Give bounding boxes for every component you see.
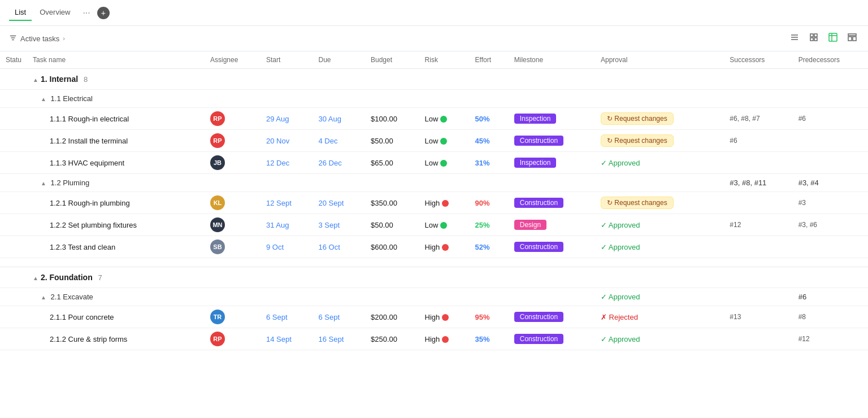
grid-view-icon[interactable] <box>807 31 821 46</box>
subsection-successors <box>724 288 792 306</box>
task-name[interactable]: 1.2.3 Test and clean <box>27 236 205 258</box>
approval-request: ↻ Request changes <box>601 197 674 209</box>
task-risk: Low <box>419 108 470 130</box>
task-budget: $350.00 <box>365 192 419 214</box>
task-predecessors: #3 <box>793 192 868 214</box>
task-due: 3 Sept <box>313 214 365 236</box>
collapse-arrow[interactable]: ▲ <box>33 275 38 281</box>
svg-rect-8 <box>810 38 813 41</box>
table-row[interactable]: 1.2.2 Set plumbing fixtures MN 31 Aug 3 … <box>0 214 868 236</box>
task-assignee: TR <box>205 306 261 328</box>
tab-list[interactable]: List <box>9 5 32 21</box>
task-successors <box>724 236 792 258</box>
task-name[interactable]: 1.2.1 Rough-in plumbing <box>27 192 205 214</box>
table-row[interactable]: 1.2.3 Test and clean SB 9 Oct 16 Oct $60… <box>0 236 868 258</box>
task-budget: $600.00 <box>365 236 419 258</box>
task-table: Statu Task name Assignee Start Due Budge… <box>0 51 868 350</box>
task-due: 26 Dec <box>313 152 365 174</box>
task-approval: ↻ Request changes <box>595 192 724 214</box>
task-effort: 90% <box>470 192 509 214</box>
task-name[interactable]: 1.1.3 HVAC equipment <box>27 152 205 174</box>
subsection-collapse-arrow[interactable]: ▲ <box>41 96 46 102</box>
task-milestone: Construction <box>509 236 595 258</box>
section-header: ▲2. Foundation 7 <box>0 267 868 288</box>
tab-add-button[interactable]: + <box>97 7 110 19</box>
task-approval: ↻ Request changes <box>595 130 724 152</box>
table-row[interactable]: 1.1.1 Rough-in electrical RP 29 Aug 30 A… <box>0 108 868 130</box>
task-status <box>0 306 27 328</box>
risk-dot-red <box>442 244 449 251</box>
table-row[interactable]: 2.1.1 Pour concrete TR 6 Sept 6 Sept $20… <box>0 306 868 328</box>
task-milestone: Construction <box>509 192 595 214</box>
task-successors: #12 <box>724 214 792 236</box>
task-approval: ✓ Approved <box>595 236 724 258</box>
task-start: 12 Dec <box>261 152 313 174</box>
task-start: 31 Aug <box>261 214 313 236</box>
svg-rect-7 <box>814 34 817 37</box>
task-effort: 52% <box>470 236 509 258</box>
task-start: 29 Aug <box>261 108 313 130</box>
svg-rect-15 <box>853 37 856 41</box>
subsection-header: ▲ 2.1 Excavate ✓ Approved #6 <box>0 288 868 306</box>
task-budget: $65.00 <box>365 152 419 174</box>
filter-button[interactable]: Active tasks › <box>9 34 65 43</box>
task-assignee: RP <box>205 130 261 152</box>
task-assignee: MN <box>205 214 261 236</box>
task-name[interactable]: 2.1.2 Cure & strip forms <box>27 328 205 350</box>
task-risk: High <box>419 328 470 350</box>
task-status <box>0 192 27 214</box>
table-row[interactable]: 1.2.1 Rough-in plumbing KL 12 Sept 20 Se… <box>0 192 868 214</box>
table-row[interactable]: 1.1.3 HVAC equipment JB 12 Dec 26 Dec $6… <box>0 152 868 174</box>
table-view-icon[interactable] <box>826 31 840 46</box>
task-successors <box>724 328 792 350</box>
task-approval: ✓ Approved <box>595 152 724 174</box>
task-name[interactable]: 1.2.2 Set plumbing fixtures <box>27 214 205 236</box>
col-budget: Budget <box>365 51 419 69</box>
risk-dot-green <box>440 138 447 145</box>
risk-dot-green <box>440 116 447 123</box>
task-risk: High <box>419 306 470 328</box>
approval-approved: ✓ Approved <box>601 221 640 229</box>
subsection-collapse-arrow[interactable]: ▲ <box>41 180 46 186</box>
filter-chevron: › <box>63 35 65 42</box>
task-risk: Low <box>419 130 470 152</box>
task-budget: $100.00 <box>365 108 419 130</box>
table-row[interactable]: 1.1.2 Install the terminal RP 20 Nov 4 D… <box>0 130 868 152</box>
task-predecessors: #8 <box>793 306 868 328</box>
col-start: Start <box>261 51 313 69</box>
subsection-successors: #3, #8, #11 <box>724 174 792 192</box>
task-budget: $50.00 <box>365 130 419 152</box>
tab-overview[interactable]: Overview <box>34 5 76 21</box>
task-name[interactable]: 1.1.1 Rough-in electrical <box>27 108 205 130</box>
approval-approved: ✓ Approved <box>601 159 640 167</box>
task-budget: $200.00 <box>365 306 419 328</box>
task-name[interactable]: 2.1.1 Pour concrete <box>27 306 205 328</box>
toolbar: Active tasks › <box>0 26 868 51</box>
task-predecessors: #12 <box>793 328 868 350</box>
tab-more[interactable]: ··· <box>78 6 94 20</box>
table-row[interactable]: 2.1.2 Cure & strip forms RP 14 Sept 16 S… <box>0 328 868 350</box>
col-milestone: Milestone <box>509 51 595 69</box>
task-milestone: Design <box>509 214 595 236</box>
task-name[interactable]: 1.1.2 Install the terminal <box>27 130 205 152</box>
layout-icon[interactable] <box>845 31 859 46</box>
subsection-label: 2.1 Excavate <box>51 293 93 301</box>
subsection-predecessors: #3, #4 <box>793 174 868 192</box>
list-view-icon[interactable] <box>788 31 801 46</box>
task-risk: Low <box>419 152 470 174</box>
task-successors <box>724 192 792 214</box>
subsection-header: ▲ 1.2 Pluming #3, #8, #11 #3, #4 <box>0 174 868 192</box>
top-nav: List Overview ··· + <box>0 0 868 26</box>
subsection-label: 1.1 Electrical <box>51 94 93 103</box>
svg-rect-10 <box>829 33 837 41</box>
collapse-arrow[interactable]: ▲ <box>33 77 38 83</box>
subsection-label: 1.2 Pluming <box>51 178 90 187</box>
task-milestone: Inspection <box>509 152 595 174</box>
svg-rect-6 <box>810 34 813 37</box>
task-successors: #13 <box>724 306 792 328</box>
task-predecessors: #6 <box>793 108 868 130</box>
task-start: 12 Sept <box>261 192 313 214</box>
task-status <box>0 328 27 350</box>
subsection-collapse-arrow[interactable]: ▲ <box>41 294 46 301</box>
task-effort: 31% <box>470 152 509 174</box>
